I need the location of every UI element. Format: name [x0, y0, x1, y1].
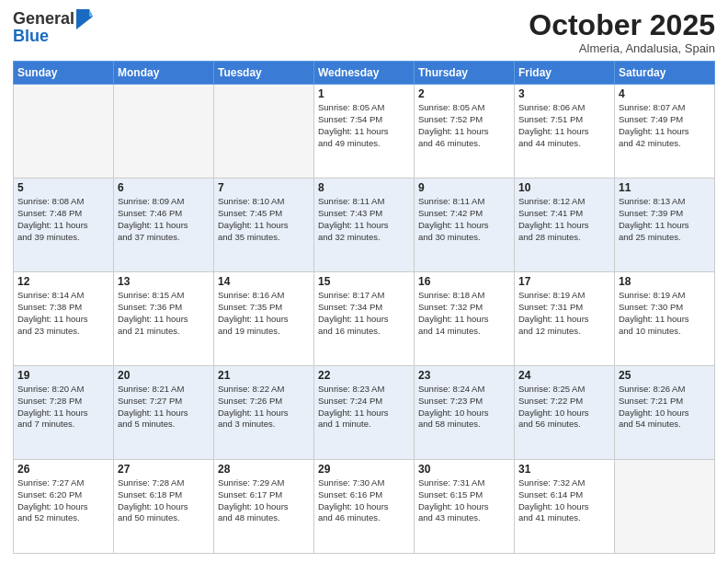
day-number: 3 [518, 87, 610, 100]
day-info: Sunrise: 8:06 AM Sunset: 7:51 PM Dayligh… [518, 102, 610, 149]
header-sunday: Sunday [14, 62, 114, 85]
table-row: 21Sunrise: 8:22 AM Sunset: 7:26 PM Dayli… [214, 366, 314, 460]
header: General Blue October 2025 Almeria, Andal… [13, 9, 715, 55]
day-info: Sunrise: 8:24 AM Sunset: 7:23 PM Dayligh… [418, 384, 510, 431]
day-info: Sunrise: 8:23 AM Sunset: 7:24 PM Dayligh… [318, 384, 410, 431]
logo: General Blue [13, 9, 93, 44]
table-row: 5Sunrise: 8:08 AM Sunset: 7:48 PM Daylig… [14, 178, 114, 272]
day-number: 27 [118, 463, 210, 476]
table-row: 4Sunrise: 8:07 AM Sunset: 7:49 PM Daylig… [615, 85, 715, 178]
table-row: 20Sunrise: 8:21 AM Sunset: 7:27 PM Dayli… [114, 366, 214, 460]
day-number: 18 [619, 275, 711, 288]
day-info: Sunrise: 8:20 AM Sunset: 7:28 PM Dayligh… [17, 384, 109, 431]
day-info: Sunrise: 8:19 AM Sunset: 7:31 PM Dayligh… [518, 290, 610, 337]
day-number: 1 [318, 87, 410, 100]
calendar-week-row: 26Sunrise: 7:27 AM Sunset: 6:20 PM Dayli… [14, 460, 715, 554]
title-area: October 2025 Almeria, Andalusia, Spain [529, 9, 715, 55]
table-row: 1Sunrise: 8:05 AM Sunset: 7:54 PM Daylig… [314, 85, 415, 178]
header-monday: Monday [114, 62, 214, 85]
day-info: Sunrise: 8:21 AM Sunset: 7:27 PM Dayligh… [118, 384, 210, 431]
day-info: Sunrise: 7:32 AM Sunset: 6:14 PM Dayligh… [518, 477, 610, 524]
table-row: 13Sunrise: 8:15 AM Sunset: 7:36 PM Dayli… [114, 272, 214, 366]
day-number: 4 [619, 87, 711, 100]
table-row [214, 85, 314, 178]
day-number: 10 [518, 181, 610, 194]
day-info: Sunrise: 7:30 AM Sunset: 6:16 PM Dayligh… [318, 477, 410, 524]
header-friday: Friday [515, 62, 615, 85]
table-row: 10Sunrise: 8:12 AM Sunset: 7:41 PM Dayli… [515, 178, 615, 272]
table-row: 30Sunrise: 7:31 AM Sunset: 6:15 PM Dayli… [415, 460, 515, 554]
day-info: Sunrise: 7:31 AM Sunset: 6:15 PM Dayligh… [418, 477, 510, 524]
logo-blue: Blue [13, 28, 93, 44]
table-row: 2Sunrise: 8:05 AM Sunset: 7:52 PM Daylig… [415, 85, 515, 178]
day-number: 23 [418, 369, 510, 382]
day-number: 28 [218, 463, 310, 476]
header-thursday: Thursday [415, 62, 515, 85]
day-info: Sunrise: 8:12 AM Sunset: 7:41 PM Dayligh… [518, 196, 610, 243]
table-row: 7Sunrise: 8:10 AM Sunset: 7:45 PM Daylig… [214, 178, 314, 272]
header-wednesday: Wednesday [314, 62, 415, 85]
day-info: Sunrise: 8:15 AM Sunset: 7:36 PM Dayligh… [118, 290, 210, 337]
day-number: 5 [17, 181, 109, 194]
day-number: 24 [518, 369, 610, 382]
day-info: Sunrise: 8:18 AM Sunset: 7:32 PM Dayligh… [418, 290, 510, 337]
day-info: Sunrise: 8:07 AM Sunset: 7:49 PM Dayligh… [619, 102, 711, 149]
table-row: 19Sunrise: 8:20 AM Sunset: 7:28 PM Dayli… [14, 366, 114, 460]
table-row: 6Sunrise: 8:09 AM Sunset: 7:46 PM Daylig… [114, 178, 214, 272]
day-number: 12 [17, 275, 109, 288]
calendar-week-row: 1Sunrise: 8:05 AM Sunset: 7:54 PM Daylig… [14, 85, 715, 178]
day-info: Sunrise: 8:11 AM Sunset: 7:42 PM Dayligh… [418, 196, 510, 243]
table-row: 23Sunrise: 8:24 AM Sunset: 7:23 PM Dayli… [415, 366, 515, 460]
table-row [114, 85, 214, 178]
table-row [14, 85, 114, 178]
table-row: 25Sunrise: 8:26 AM Sunset: 7:21 PM Dayli… [615, 366, 715, 460]
calendar-week-row: 12Sunrise: 8:14 AM Sunset: 7:38 PM Dayli… [14, 272, 715, 366]
table-row [615, 460, 715, 554]
day-number: 6 [118, 181, 210, 194]
day-number: 8 [318, 181, 410, 194]
day-info: Sunrise: 8:05 AM Sunset: 7:52 PM Dayligh… [418, 102, 510, 149]
day-number: 16 [418, 275, 510, 288]
day-number: 21 [218, 369, 310, 382]
day-number: 25 [619, 369, 711, 382]
day-number: 9 [418, 181, 510, 194]
day-info: Sunrise: 8:17 AM Sunset: 7:34 PM Dayligh… [318, 290, 410, 337]
header-saturday: Saturday [615, 62, 715, 85]
day-number: 29 [318, 463, 410, 476]
day-number: 19 [17, 369, 109, 382]
calendar-week-row: 5Sunrise: 8:08 AM Sunset: 7:48 PM Daylig… [14, 178, 715, 272]
day-number: 13 [118, 275, 210, 288]
day-info: Sunrise: 8:11 AM Sunset: 7:43 PM Dayligh… [318, 196, 410, 243]
table-row: 9Sunrise: 8:11 AM Sunset: 7:42 PM Daylig… [415, 178, 515, 272]
day-info: Sunrise: 8:26 AM Sunset: 7:21 PM Dayligh… [619, 384, 711, 431]
day-info: Sunrise: 8:08 AM Sunset: 7:48 PM Dayligh… [17, 196, 109, 243]
day-info: Sunrise: 8:19 AM Sunset: 7:30 PM Dayligh… [619, 290, 711, 337]
table-row: 29Sunrise: 7:30 AM Sunset: 6:16 PM Dayli… [314, 460, 415, 554]
table-row: 16Sunrise: 8:18 AM Sunset: 7:32 PM Dayli… [415, 272, 515, 366]
day-info: Sunrise: 8:13 AM Sunset: 7:39 PM Dayligh… [619, 196, 711, 243]
table-row: 3Sunrise: 8:06 AM Sunset: 7:51 PM Daylig… [515, 85, 615, 178]
day-info: Sunrise: 8:05 AM Sunset: 7:54 PM Dayligh… [318, 102, 410, 149]
day-info: Sunrise: 8:14 AM Sunset: 7:38 PM Dayligh… [17, 290, 109, 337]
table-row: 24Sunrise: 8:25 AM Sunset: 7:22 PM Dayli… [515, 366, 615, 460]
logo-text: General Blue [13, 9, 93, 44]
day-info: Sunrise: 7:27 AM Sunset: 6:20 PM Dayligh… [17, 477, 109, 524]
table-row: 14Sunrise: 8:16 AM Sunset: 7:35 PM Dayli… [214, 272, 314, 366]
weekday-header-row: Sunday Monday Tuesday Wednesday Thursday… [14, 62, 715, 85]
table-row: 12Sunrise: 8:14 AM Sunset: 7:38 PM Dayli… [14, 272, 114, 366]
calendar-page: General Blue October 2025 Almeria, Andal… [0, 0, 728, 563]
table-row: 27Sunrise: 7:28 AM Sunset: 6:18 PM Dayli… [114, 460, 214, 554]
day-number: 30 [418, 463, 510, 476]
day-number: 22 [318, 369, 410, 382]
day-number: 15 [318, 275, 410, 288]
location: Almeria, Andalusia, Spain [529, 41, 715, 55]
day-number: 26 [17, 463, 109, 476]
table-row: 15Sunrise: 8:17 AM Sunset: 7:34 PM Dayli… [314, 272, 415, 366]
day-info: Sunrise: 8:16 AM Sunset: 7:35 PM Dayligh… [218, 290, 310, 337]
day-info: Sunrise: 8:22 AM Sunset: 7:26 PM Dayligh… [218, 384, 310, 431]
table-row: 22Sunrise: 8:23 AM Sunset: 7:24 PM Dayli… [314, 366, 415, 460]
month-title: October 2025 [529, 9, 715, 41]
table-row: 17Sunrise: 8:19 AM Sunset: 7:31 PM Dayli… [515, 272, 615, 366]
day-number: 14 [218, 275, 310, 288]
table-row: 18Sunrise: 8:19 AM Sunset: 7:30 PM Dayli… [615, 272, 715, 366]
